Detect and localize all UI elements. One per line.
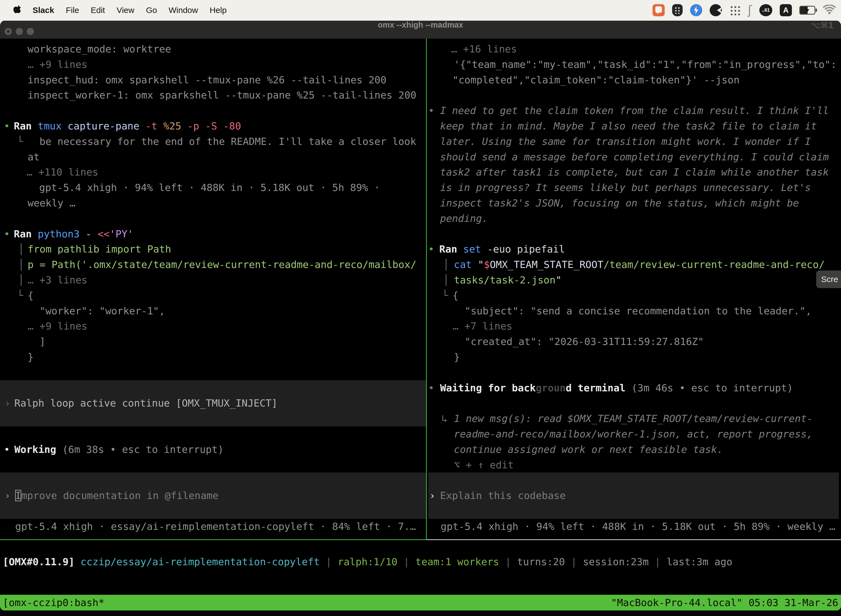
terminal-text: keep that in mind. Maybe I also need the… bbox=[440, 120, 817, 132]
terminal-text: ralph:1/10 bbox=[338, 556, 398, 568]
terminal-text: mprove documentation in @filename bbox=[21, 490, 218, 501]
terminal-text: › bbox=[4, 490, 10, 501]
terminal-text: Waiting for back bbox=[440, 382, 536, 393]
terminal-text: │ bbox=[18, 243, 24, 255]
menu-item-help[interactable]: Help bbox=[210, 6, 227, 15]
terminal-line: … +9 lines bbox=[28, 57, 88, 72]
terminal-text: gpt-5.4 xhigh · 94% left · 488K in · 5.1… bbox=[39, 182, 380, 193]
terminal-text: • bbox=[4, 444, 10, 455]
terminal-line: keep that in mind. Maybe I also need the… bbox=[440, 119, 817, 134]
chat-app-icon[interactable] bbox=[652, 4, 665, 16]
terminal-line: Ran python3 - <<'PY' bbox=[14, 226, 133, 242]
menu-item-view[interactable]: View bbox=[116, 6, 134, 15]
terminal-text: › bbox=[429, 490, 435, 501]
terminal-text: at bbox=[28, 151, 40, 163]
terminal-text: (6m 38s • esc to interrupt) bbox=[62, 444, 224, 455]
menu-item-edit[interactable]: Edit bbox=[91, 6, 105, 15]
terminal-line: … +3 lines bbox=[28, 273, 88, 288]
terminal-text: session:23m bbox=[583, 556, 648, 568]
terminal-text: │ bbox=[443, 259, 449, 270]
terminal-screen[interactable]: workspace_mode: worktree… +9 linesinspec… bbox=[0, 0, 841, 616]
terminal-line: later. Using the same for transition mig… bbox=[440, 134, 811, 149]
wifi-icon[interactable] bbox=[823, 5, 836, 16]
menu-item-file[interactable]: File bbox=[66, 6, 79, 15]
terminal-text: OMX_TEAM_STATE_ROOT bbox=[490, 259, 604, 270]
terminal-text: I need to get the claim token from the c… bbox=[440, 105, 829, 116]
terminal-line: inspect_worker-1: omx sparkshell --tmux-… bbox=[28, 88, 416, 103]
terminal-text: -80 bbox=[223, 120, 241, 132]
menu-bar-left: Slack FileEditViewGoWindowHelp bbox=[0, 6, 227, 15]
terminal-text: … +3 lines bbox=[28, 274, 88, 286]
terminal-text: │ bbox=[443, 274, 449, 286]
terminal-line: task2 after task1 is complete, but can I… bbox=[440, 164, 829, 180]
terminal-text: p = Path('.omx/state/team/review-current… bbox=[28, 259, 416, 270]
terminal-text: ↳ bbox=[441, 413, 448, 424]
terminal-text: weekly … bbox=[28, 197, 75, 209]
terminal-text: 1 new msg(s): read $OMX_TEAM_STATE_ROOT/… bbox=[454, 413, 813, 424]
terminal-line: readme-and-reco/mailbox/worker-1.json, a… bbox=[454, 427, 813, 442]
terminal-text: | bbox=[649, 556, 667, 568]
terminal-line: └ bbox=[442, 288, 448, 303]
terminal-text: • bbox=[4, 228, 10, 239]
terminal-text: team:1 workers bbox=[416, 556, 499, 568]
terminal-line: … +16 lines bbox=[451, 41, 517, 57]
terminal-text: | bbox=[499, 556, 517, 568]
battery-percent-icon[interactable]: ..61 bbox=[759, 4, 772, 16]
terminal-text: gpt-5.4 xhigh · 94% left · 488K in · 5.1… bbox=[441, 521, 835, 532]
menu-item-go[interactable]: Go bbox=[146, 6, 157, 15]
terminal-text: 'PY' bbox=[110, 228, 133, 239]
terminal-text: ⌥ + ↑ edit bbox=[454, 459, 514, 471]
terminal-line: Waiting for background terminal (3m 46s … bbox=[440, 380, 793, 396]
input-source-icon[interactable]: A bbox=[780, 4, 792, 16]
apple-menu-icon[interactable] bbox=[13, 6, 21, 15]
battery-icon[interactable] bbox=[799, 6, 815, 15]
messenger-icon[interactable] bbox=[690, 4, 702, 16]
terminal-line: tasks/task-2.json" bbox=[454, 273, 561, 288]
menu-app-name[interactable]: Slack bbox=[32, 6, 54, 15]
right-pane-border bbox=[427, 539, 841, 540]
terminal-text: %25 bbox=[163, 120, 188, 132]
terminal-line: inspect_hud: omx sparkshell --tmux-pane … bbox=[28, 72, 386, 88]
terminal-text: └ bbox=[442, 290, 448, 301]
terminal-text: | bbox=[565, 556, 583, 568]
screen-share-pill[interactable]: Scre bbox=[816, 270, 841, 288]
terminal-line: ] bbox=[40, 334, 45, 349]
terminal-line: "worker": "worker-1", bbox=[40, 303, 165, 319]
terminal-line: gpt-5.4 xhigh · essay/ai-reimplementatio… bbox=[15, 519, 416, 534]
dots-grid-icon[interactable] bbox=[729, 5, 740, 16]
terminal-line: • bbox=[4, 119, 10, 134]
terminal-text: later. Using the same for transition mig… bbox=[440, 136, 811, 147]
terminal-line: { bbox=[453, 288, 459, 303]
terminal-text: | bbox=[320, 556, 338, 568]
terminal-line: } bbox=[28, 349, 34, 365]
terminal-text: be necessary for the end of the README. … bbox=[40, 136, 416, 147]
terminal-line: "completed","claim_token":"claim-token"}… bbox=[453, 72, 740, 88]
terminal-text: "subject": "send a concise recommendatio… bbox=[464, 305, 812, 317]
terminal-line: 1 new msg(s): read $OMX_TEAM_STATE_ROOT/… bbox=[454, 411, 813, 427]
terminal-text: Ran bbox=[14, 120, 38, 132]
terminal-text: capture-pane bbox=[67, 120, 145, 132]
media-app-icon[interactable] bbox=[710, 4, 722, 16]
terminal-text: $ bbox=[484, 259, 490, 270]
terminal-line: "created_at": "2026-03-31T11:59:27.816Z" bbox=[464, 334, 704, 349]
terminal-text: └ bbox=[17, 136, 23, 147]
terminal-text: } bbox=[454, 351, 460, 363]
shield-grid-icon[interactable] bbox=[672, 4, 683, 16]
menu-item-window[interactable]: Window bbox=[168, 6, 198, 15]
terminal-text: -p bbox=[188, 120, 205, 132]
menu-bar-status-icons: ʃ..61A bbox=[652, 4, 841, 16]
terminal-text: '{"team_name":"my-team","task_id":"1","f… bbox=[454, 59, 837, 70]
terminal-text: - bbox=[85, 228, 97, 239]
squiggle-icon[interactable]: ʃ bbox=[748, 4, 752, 16]
terminal-line: Improve documentation in @filename bbox=[15, 488, 218, 503]
terminal-line: cat "$OMX_TEAM_STATE_ROOT/team/review-cu… bbox=[454, 257, 825, 273]
terminal-line: should send a message before completing … bbox=[440, 149, 829, 165]
terminal-text: << bbox=[97, 228, 109, 239]
terminal-line: │ bbox=[18, 242, 24, 257]
terminal-line: │ bbox=[18, 257, 24, 273]
terminal-text: "worker": "worker-1", bbox=[40, 305, 165, 317]
terminal-line: } bbox=[454, 349, 460, 365]
terminal-text: -euo pipefail bbox=[487, 243, 565, 255]
terminal-text: ] bbox=[40, 336, 45, 347]
terminal-text: python3 bbox=[38, 228, 85, 239]
